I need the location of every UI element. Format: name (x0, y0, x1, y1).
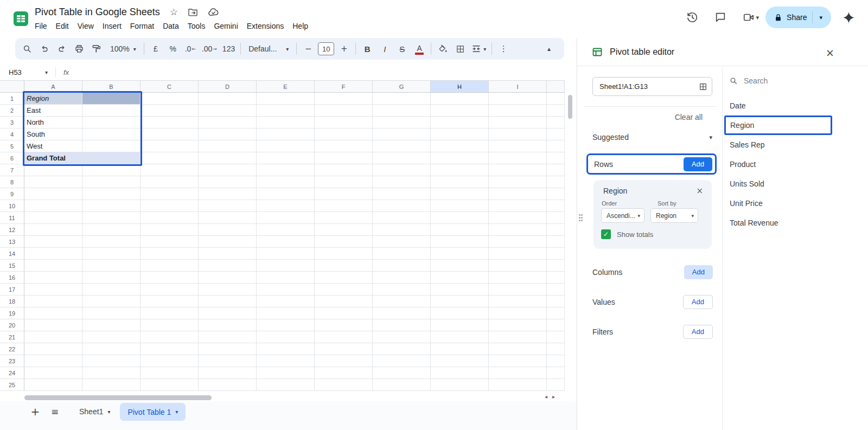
cell-partial-row-9[interactable] (547, 188, 565, 200)
cell-F7[interactable] (315, 164, 373, 176)
column-header-partial[interactable] (547, 81, 565, 93)
row-header-6[interactable]: 6 (0, 152, 24, 164)
cell-G18[interactable] (373, 296, 431, 307)
meet-dropdown-icon[interactable]: ▾ (756, 14, 760, 21)
cell-C13[interactable] (141, 236, 199, 248)
cell-F15[interactable] (315, 260, 373, 272)
cell-B1[interactable] (82, 93, 141, 105)
cell-B11[interactable] (82, 212, 141, 224)
cell-D6[interactable] (199, 152, 257, 164)
menu-format[interactable]: Format (126, 21, 158, 31)
menu-view[interactable]: View (73, 21, 98, 31)
select-all-corner[interactable] (0, 81, 24, 93)
column-header-c[interactable]: C (141, 81, 199, 93)
cell-E25[interactable] (257, 379, 315, 391)
document-title[interactable]: Pivot Table in Google Sheets (35, 7, 160, 18)
more-options-icon[interactable]: ⋮ (495, 41, 512, 57)
cell-I24[interactable] (489, 367, 547, 379)
cell-B6[interactable] (82, 152, 141, 164)
cell-partial-row-15[interactable] (547, 260, 565, 272)
tab-sheet1[interactable]: Sheet1 ▾ (73, 403, 117, 420)
row-header-15[interactable]: 15 (0, 260, 24, 272)
cell-C24[interactable] (141, 367, 199, 379)
increase-font-size-button[interactable]: + (335, 41, 353, 57)
cell-partial-row-16[interactable] (547, 272, 565, 284)
cell-B9[interactable] (82, 188, 141, 200)
cell-E17[interactable] (257, 284, 315, 296)
cell-partial-row-24[interactable] (547, 367, 565, 379)
cell-F23[interactable] (315, 355, 373, 367)
cell-I25[interactable] (489, 379, 547, 391)
cell-C1[interactable] (141, 93, 199, 105)
cell-partial-row-25[interactable] (547, 379, 565, 391)
cell-C25[interactable] (141, 379, 199, 391)
cell-G22[interactable] (373, 343, 431, 355)
cell-A19[interactable] (24, 307, 82, 319)
cell-D21[interactable] (199, 331, 257, 343)
cell-G10[interactable] (373, 200, 431, 212)
cell-A10[interactable] (24, 200, 82, 212)
cell-partial-row-18[interactable] (547, 296, 565, 307)
cell-E12[interactable] (257, 224, 315, 236)
cell-E5[interactable] (257, 140, 315, 152)
print-icon[interactable] (71, 41, 88, 57)
cell-H15[interactable] (431, 260, 489, 272)
cell-C20[interactable] (141, 319, 199, 331)
cell-A17[interactable] (24, 284, 82, 296)
cell-A18[interactable] (24, 296, 82, 307)
cell-B3[interactable] (82, 117, 141, 129)
cell-F1[interactable] (315, 93, 373, 105)
percent-format-button[interactable]: % (164, 41, 182, 57)
row-header-24[interactable]: 24 (0, 367, 24, 379)
cell-A23[interactable] (24, 355, 82, 367)
field-product[interactable]: Product (724, 155, 832, 174)
cell-E8[interactable] (257, 176, 315, 188)
cell-B13[interactable] (82, 236, 141, 248)
cell-A1[interactable]: Region (24, 93, 82, 105)
cell-B10[interactable] (82, 200, 141, 212)
cell-C14[interactable] (141, 248, 199, 260)
fill-color-icon[interactable] (434, 41, 451, 57)
cell-D11[interactable] (199, 212, 257, 224)
cell-C5[interactable] (141, 140, 199, 152)
cell-G3[interactable] (373, 117, 431, 129)
cell-G16[interactable] (373, 272, 431, 284)
cell-partial-row-11[interactable] (547, 212, 565, 224)
cell-G14[interactable] (373, 248, 431, 260)
cell-G8[interactable] (373, 176, 431, 188)
row-header-22[interactable]: 22 (0, 343, 24, 355)
cell-A2[interactable]: East (24, 105, 82, 117)
merge-cells-button[interactable]: ▾ (469, 41, 489, 57)
cell-I1[interactable] (489, 93, 547, 105)
menu-insert[interactable]: Insert (98, 21, 126, 31)
cell-D20[interactable] (199, 319, 257, 331)
cell-G13[interactable] (373, 236, 431, 248)
cell-E13[interactable] (257, 236, 315, 248)
cell-partial-row-23[interactable] (547, 355, 565, 367)
cell-F24[interactable] (315, 367, 373, 379)
field-units-sold[interactable]: Units Sold (724, 174, 832, 194)
cell-partial-row-1[interactable] (547, 93, 565, 105)
cell-H20[interactable] (431, 319, 489, 331)
cell-I20[interactable] (489, 319, 547, 331)
cell-F17[interactable] (315, 284, 373, 296)
cell-A9[interactable] (24, 188, 82, 200)
cell-C18[interactable] (141, 296, 199, 307)
cell-I13[interactable] (489, 236, 547, 248)
cell-C9[interactable] (141, 188, 199, 200)
cell-G24[interactable] (373, 367, 431, 379)
cell-I21[interactable] (489, 331, 547, 343)
cell-B16[interactable] (82, 272, 141, 284)
cell-partial-row-4[interactable] (547, 129, 565, 140)
remove-field-icon[interactable]: × (694, 186, 705, 196)
cell-A25[interactable] (24, 379, 82, 391)
menu-file[interactable]: File (30, 21, 52, 31)
cell-partial-row-3[interactable] (547, 117, 565, 129)
filters-add-button[interactable]: Add (683, 325, 713, 339)
cell-I22[interactable] (489, 343, 547, 355)
cell-B8[interactable] (82, 176, 141, 188)
cell-I3[interactable] (489, 117, 547, 129)
cell-D19[interactable] (199, 307, 257, 319)
cell-H16[interactable] (431, 272, 489, 284)
comments-icon[interactable] (710, 7, 731, 28)
